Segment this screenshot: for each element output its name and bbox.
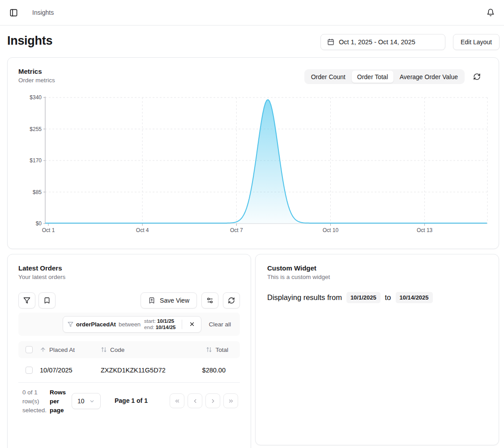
latest-orders-card: Latest Orders Your latest orders	[7, 254, 251, 448]
svg-text:Oct 7: Oct 7	[230, 227, 243, 233]
remove-filter-button[interactable]	[187, 319, 197, 330]
from-date-badge: 10/1/2025	[346, 292, 380, 303]
metrics-subtitle: Order metrics	[18, 77, 55, 84]
table-row[interactable]: 10/07/2025 ZXZKD1KZK11G5D72 $280.00	[18, 358, 240, 383]
orders-title: Latest Orders	[18, 264, 65, 272]
column-header-placed-at[interactable]: Placed At	[40, 347, 101, 353]
to-date-badge: 10/14/2025	[396, 292, 433, 303]
column-label-placed-at: Placed At	[49, 347, 75, 353]
arrow-up-icon	[40, 347, 46, 353]
bookmark-plus-icon	[148, 297, 155, 304]
refresh-icon	[473, 73, 481, 80]
sliders-icon	[206, 297, 214, 304]
tab-order-total[interactable]: Order Total	[352, 71, 393, 83]
column-label-total: Total	[215, 347, 228, 353]
filter-start-value: 10/1/25	[157, 318, 174, 324]
filter-start-label: start:	[144, 318, 156, 324]
last-page-button[interactable]	[223, 393, 238, 408]
calendar-icon	[327, 38, 334, 46]
rows-per-page-select[interactable]: 10	[72, 393, 101, 409]
panel-left-icon	[9, 8, 18, 17]
bookmark-icon	[43, 297, 51, 304]
chevrons-left-icon	[174, 398, 180, 404]
page-indicator: Page 1 of 1	[115, 397, 148, 404]
funnel-icon	[68, 321, 73, 327]
insights-page: Insights Insights Oct 1, 2025 - Oct 14, …	[0, 0, 504, 448]
widget-body: Displaying results from 10/1/2025 to 10/…	[267, 292, 433, 303]
breadcrumb: Insights	[32, 9, 54, 16]
arrows-up-down-icon	[206, 347, 212, 353]
orders-subtitle: Your latest orders	[18, 274, 65, 280]
svg-text:$255: $255	[30, 126, 42, 132]
tab-average-order-value[interactable]: Average Order Value	[394, 71, 463, 83]
funnel-icon	[23, 297, 30, 304]
notifications-button[interactable]	[485, 7, 496, 18]
widget-title: Custom Widget	[267, 264, 330, 272]
save-view-button[interactable]: Save View	[141, 292, 197, 309]
cell-placed-at: 10/07/2025	[40, 367, 101, 374]
sidebar-toggle-button[interactable]	[8, 7, 19, 18]
edit-layout-button[interactable]: Edit Layout	[453, 34, 500, 50]
column-header-code[interactable]: Code	[101, 347, 188, 353]
widget-body-text: Displaying results from	[267, 293, 342, 302]
orders-toolbar-right: Save View	[141, 292, 240, 309]
orders-table: Placed At Code Total	[18, 341, 240, 383]
widget-joiner-text: to	[385, 293, 391, 302]
chevron-left-icon	[192, 398, 198, 404]
rows-per-page-value: 10	[77, 397, 85, 405]
custom-widget-card: Custom Widget This is a custom widget Di…	[255, 254, 499, 445]
previous-page-button[interactable]	[188, 393, 202, 408]
svg-text:$0: $0	[36, 220, 42, 227]
svg-text:$85: $85	[33, 189, 42, 195]
svg-text:Oct 4: Oct 4	[136, 227, 149, 233]
column-label-code: Code	[110, 347, 124, 353]
svg-text:Oct 13: Oct 13	[417, 227, 433, 233]
row-checkbox[interactable]	[26, 367, 33, 374]
metrics-card-header: Metrics Order metrics	[18, 68, 55, 84]
widget-card-header: Custom Widget This is a custom widget	[267, 264, 330, 280]
x-icon	[189, 321, 195, 327]
refresh-icon	[228, 297, 235, 304]
metrics-card: Metrics Order metrics Order Count Order …	[7, 57, 499, 249]
rows-selected-text: 0 of 1 row(s) selected.	[22, 388, 52, 415]
filter-field: orderPlacedAt	[76, 321, 116, 328]
filter-operator: between	[119, 321, 141, 328]
chevron-down-icon	[89, 398, 95, 404]
filter-chip-order-placed-at[interactable]: orderPlacedAt between start: 10/1/25 end…	[63, 316, 201, 333]
svg-text:$170: $170	[30, 157, 42, 164]
bell-icon	[487, 8, 495, 17]
metric-tabs: Order Count Order Total Average Order Va…	[304, 69, 465, 84]
save-view-label: Save View	[160, 297, 189, 304]
widget-subtitle: This is a custom widget	[267, 274, 330, 280]
page-title: Insights	[7, 34, 52, 48]
tab-order-count[interactable]: Order Count	[306, 71, 351, 83]
chevron-right-icon	[210, 398, 216, 404]
svg-text:$340: $340	[30, 94, 42, 101]
svg-text:Oct 1: Oct 1	[42, 227, 55, 233]
select-all-cell	[18, 346, 40, 353]
table-settings-button[interactable]	[201, 292, 218, 309]
metrics-title: Metrics	[18, 68, 55, 75]
first-page-button[interactable]	[170, 393, 184, 408]
saved-views-button[interactable]	[38, 292, 56, 309]
date-range-button[interactable]: Oct 1, 2025 - Oct 14, 2025	[320, 34, 445, 50]
filter-range: start: 10/1/25 end: 10/14/25	[144, 318, 175, 330]
select-all-checkbox[interactable]	[26, 346, 33, 353]
rows-per-page-label: Rows per page	[50, 388, 74, 415]
row-select-cell	[18, 367, 40, 374]
orders-refresh-button[interactable]	[223, 292, 240, 309]
orders-toolbar-left	[18, 292, 56, 309]
filter-end-label: end:	[144, 325, 154, 330]
next-page-button[interactable]	[205, 393, 220, 408]
cell-code: ZXZKD1KZK11G5D72	[101, 367, 188, 374]
clear-all-filters-button[interactable]: Clear all	[209, 321, 231, 328]
order-metrics-chart: $0$85$170$255$340Oct 1Oct 4Oct 7Oct 10Oc…	[14, 92, 495, 235]
filter-end-value: 10/14/25	[156, 325, 176, 330]
header-actions: Oct 1, 2025 - Oct 14, 2025 Edit Layout	[320, 34, 500, 50]
arrows-up-down-icon	[101, 347, 107, 353]
svg-text:Oct 10: Oct 10	[323, 227, 339, 233]
chevrons-right-icon	[228, 398, 234, 404]
column-header-total[interactable]: Total	[188, 347, 240, 353]
metrics-refresh-button[interactable]	[473, 73, 481, 80]
filter-button[interactable]	[18, 292, 35, 309]
